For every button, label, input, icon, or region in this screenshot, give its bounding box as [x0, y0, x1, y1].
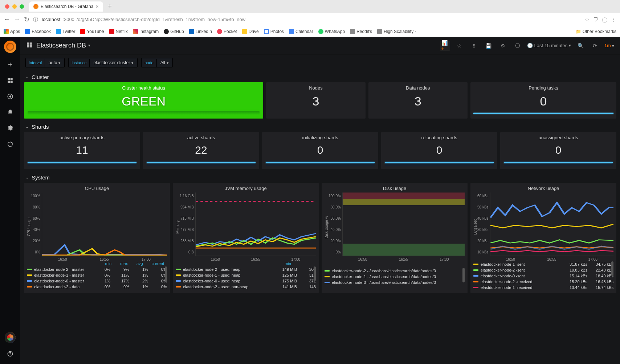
user-avatar[interactable] — [5, 332, 16, 343]
toolbar-actions: 📊+ ☆ ⇪ 💾 ⚙ 🖵 🕓 Last 15 minutes ▾ 🔍 ⟳ 1m … — [440, 41, 614, 51]
site-info-icon[interactable]: ⓘ — [33, 16, 38, 23]
var-interval[interactable]: Interval auto ▾ — [25, 58, 65, 67]
bm-highscalability[interactable]: High Scalability - — [377, 29, 416, 34]
close-tab-icon[interactable]: × — [95, 4, 98, 9]
grafana-sidebar — [0, 37, 20, 364]
panel-grid-icon[interactable] — [26, 42, 33, 50]
svg-rect-3 — [11, 81, 13, 83]
back-button[interactable]: ← — [4, 16, 10, 23]
profile-avatar-icon[interactable]: ◯ — [602, 17, 608, 22]
cluster-row: Cluster health status GREEN Nodes 3 Data… — [20, 82, 620, 121]
bm-instagram[interactable]: Instagram — [133, 29, 159, 34]
create-icon[interactable] — [6, 60, 15, 69]
panel-active-shards[interactable]: active shards 22 — [143, 132, 259, 169]
panel-jvm-memory[interactable]: JVM memory usage Memory 1.16 GiB954 MiB7… — [173, 183, 319, 293]
time-picker[interactable]: 🕓 Last 15 minutes ▾ — [527, 43, 571, 48]
bm-reddit[interactable]: Reddit's — [350, 29, 372, 34]
dashboards-icon[interactable] — [6, 76, 15, 85]
help-icon[interactable] — [6, 349, 15, 358]
share-dashboard-icon[interactable]: ⇪ — [469, 41, 479, 51]
star-dashboard-icon[interactable]: ☆ — [454, 41, 465, 51]
browser-tab[interactable]: Elasticsearch DB - Grafana × — [29, 1, 103, 12]
explore-icon[interactable] — [6, 92, 15, 101]
add-panel-button[interactable]: 📊+ — [440, 41, 450, 51]
svg-rect-7 — [30, 42, 32, 45]
legend-scrollbar[interactable] — [611, 261, 613, 276]
bm-netflix[interactable]: Netflix — [109, 29, 128, 34]
row-cluster[interactable]: ⌄Cluster — [20, 71, 620, 82]
row-shards[interactable]: ⌄Shards — [20, 121, 620, 132]
bm-apps[interactable]: Apps — [4, 29, 20, 34]
bm-pocket[interactable]: Pocket — [217, 29, 237, 34]
bm-whatsapp[interactable]: WhatsApp — [318, 29, 345, 34]
bm-facebook[interactable]: Facebook — [25, 29, 51, 34]
configuration-icon[interactable] — [6, 124, 15, 133]
jvm-legend-header: min — [176, 261, 316, 266]
bm-drive[interactable]: Drive — [242, 29, 259, 34]
save-dashboard-icon[interactable]: 💾 — [484, 41, 494, 51]
panel-cpu-usage[interactable]: CPU usage CPU usage 100%80%60%40%20%0% — [24, 183, 170, 293]
disk-plot — [342, 193, 465, 256]
dashboard-toolbar: Elasticsearch DB ▾ 📊+ ☆ ⇪ 💾 ⚙ 🖵 🕓 Last 1… — [20, 37, 620, 54]
panel-relocating-shards[interactable]: relocating shards 0 — [381, 132, 497, 169]
legend-scrollbar[interactable] — [462, 268, 465, 282]
row-system[interactable]: ⌄System — [20, 171, 620, 183]
svg-rect-6 — [27, 42, 29, 45]
bm-photos[interactable]: Photos — [264, 29, 284, 34]
legend-scrollbar[interactable] — [314, 266, 316, 281]
minimize-window-icon[interactable] — [12, 4, 17, 9]
cpu-x-axis: 16:5016:5517:00 — [42, 257, 167, 261]
panel-network-usage[interactable]: Network usage Bytes/sec 60 kBs50 kBs40 k… — [470, 183, 616, 293]
alerting-icon[interactable] — [6, 108, 15, 117]
refresh-icon[interactable]: ⟳ — [590, 41, 600, 51]
legend-scrollbar[interactable] — [165, 266, 167, 281]
shield-icon[interactable]: ⛉ — [593, 17, 598, 22]
forward-button[interactable]: → — [14, 16, 20, 23]
cycle-view-icon[interactable]: 🖵 — [513, 41, 523, 51]
other-bookmarks[interactable]: 📁 Other Bookmarks — [576, 29, 616, 34]
template-variables: Interval auto ▾ instance elastdocker-clu… — [20, 54, 620, 71]
server-admin-icon[interactable] — [6, 140, 15, 149]
panel-disk-usage[interactable]: Disk usage Disk Usage % 100.0%80.0%60.0%… — [322, 183, 468, 293]
browser-menu-icon[interactable]: ⋮ — [611, 17, 616, 22]
dashboard-title[interactable]: Elasticsearch DB ▾ — [36, 42, 90, 49]
panel-init-shards[interactable]: initializing shards 0 — [262, 132, 378, 169]
browser-tab-bar: Elasticsearch DB - Grafana × + — [0, 0, 620, 13]
net-y-axis: 60 kBs50 kBs40 kBs30 kBs20 kBs10 kBs — [477, 193, 490, 261]
bm-linkedin[interactable]: LinkedIn — [189, 29, 212, 34]
var-instance[interactable]: instance elastdocker-cluster ▾ — [68, 58, 138, 67]
refresh-interval[interactable]: 1m ▾ — [604, 43, 614, 48]
panel-active-primary[interactable]: active primary shards 11 — [24, 132, 140, 169]
svg-rect-1 — [11, 78, 13, 80]
bm-twitter[interactable]: Twitter — [56, 29, 75, 34]
net-plot — [490, 193, 613, 256]
var-node[interactable]: node All ▾ — [141, 58, 173, 67]
svg-rect-9 — [30, 45, 32, 47]
cpu-plot — [42, 193, 167, 256]
browser-address-bar: ← → ↻ ⓘ localhost:3000/d/gM5DNpCWk/elast… — [0, 13, 620, 26]
shards-row: active primary shards 11 active shards 2… — [20, 132, 620, 171]
panel-unassigned-shards[interactable]: unassigned shards 0 — [500, 132, 616, 169]
panel-pending-tasks[interactable]: Pending tasks 0 — [470, 82, 616, 119]
jvm-y-axis: 1.16 GiB954 MiB715 MiB477 MiB238 MiB0 B — [180, 193, 195, 261]
bm-github[interactable]: GitHub — [164, 29, 184, 34]
bm-youtube[interactable]: YouTube — [80, 29, 104, 34]
new-tab-button[interactable]: + — [106, 3, 114, 10]
close-window-icon[interactable] — [5, 4, 9, 9]
svg-rect-0 — [8, 78, 10, 80]
grafana-logo-icon[interactable] — [4, 41, 16, 53]
reload-button[interactable]: ↻ — [24, 16, 29, 24]
jvm-plot — [195, 193, 316, 256]
star-icon[interactable]: ☆ — [585, 17, 590, 22]
panel-cluster-health[interactable]: Cluster health status GREEN — [24, 82, 263, 119]
maximize-window-icon[interactable] — [20, 4, 24, 9]
tab-title: Elasticsearch DB - Grafana — [41, 4, 93, 9]
url-input[interactable]: localhost:3000/d/gM5DNpCWk/elasticsearch… — [42, 17, 581, 22]
dashboard-settings-icon[interactable]: ⚙ — [498, 41, 508, 51]
bm-calendar[interactable]: Calendar — [289, 29, 313, 34]
browser-chrome: Elasticsearch DB - Grafana × + ← → ↻ ⓘ l… — [0, 0, 620, 37]
cpu-legend-header: minmaxavgcurrent — [27, 261, 167, 266]
panel-data-nodes[interactable]: Data nodes 3 — [368, 82, 468, 119]
panel-nodes[interactable]: Nodes 3 — [266, 82, 365, 119]
zoom-out-icon[interactable]: 🔍 — [575, 41, 586, 51]
